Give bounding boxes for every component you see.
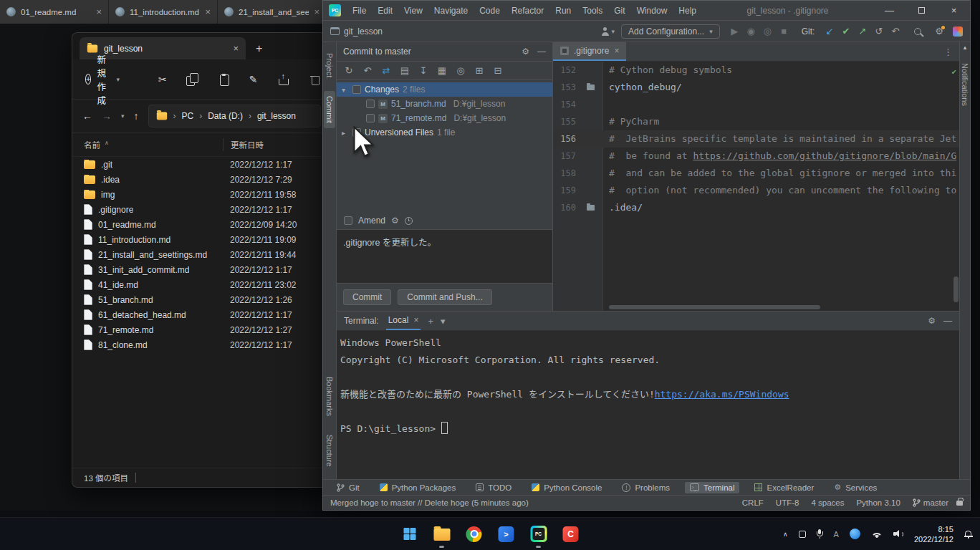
settings-gear-icon[interactable]: ⚙: [935, 26, 943, 37]
stripe-commit[interactable]: Commit: [324, 91, 335, 128]
new-item-button[interactable]: + 新規作成 ▾: [85, 52, 120, 107]
history-icon[interactable]: ↺: [870, 26, 887, 37]
column-header-name[interactable]: 名前 ∧: [84, 139, 223, 150]
close-icon[interactable]: ×: [413, 315, 418, 325]
stripe-structure[interactable]: Structure: [324, 430, 335, 472]
git-branch-indicator[interactable]: master: [913, 498, 948, 507]
breadcrumb-data-d[interactable]: Data (D:): [208, 111, 243, 121]
taskbar-chrome-icon[interactable]: [460, 520, 489, 549]
commit-message-input[interactable]: .gitignore を更新した。: [337, 229, 552, 284]
changed-file-71-remote-md[interactable]: M71_remote.mdD:¥git_lesson: [337, 111, 552, 125]
taskbar-pycharm-icon[interactable]: PC: [524, 520, 553, 549]
profiler-icon[interactable]: ■: [776, 26, 792, 37]
forward-icon[interactable]: →: [102, 110, 112, 122]
back-icon[interactable]: ←: [82, 110, 92, 122]
hide-icon[interactable]: —: [537, 47, 546, 57]
new-session-icon[interactable]: +: [428, 316, 433, 327]
file-row-51-branch-md[interactable]: 51_branch.md2022/12/12 1:26: [72, 292, 331, 307]
file-row-61-detached-head-md[interactable]: 61_detached_head.md2022/12/12 1:17: [72, 307, 331, 322]
file-row-41-ide-md[interactable]: 41_ide.md2022/12/11 23:02: [72, 277, 331, 292]
menu-view[interactable]: View: [398, 3, 428, 19]
file-row-31-init-add-commit-md[interactable]: 31_init_add_commit.md2022/12/12 1:17: [72, 262, 331, 277]
rename-icon[interactable]: ✎: [249, 74, 258, 85]
preview-icon[interactable]: ◎: [451, 65, 470, 76]
copy-icon[interactable]: [186, 73, 198, 85]
tool-button-terminal[interactable]: >_Terminal: [685, 482, 739, 493]
changes-node[interactable]: ▾ Changes 2 files: [337, 82, 552, 97]
breadcrumb-git-lesson[interactable]: git_lesson: [257, 111, 296, 121]
ime-indicator[interactable]: A: [834, 530, 839, 539]
collapse-all-icon[interactable]: ⊟: [489, 65, 507, 76]
commit-history-icon[interactable]: [405, 217, 413, 225]
tray-expand-icon[interactable]: ∧: [783, 531, 788, 538]
clock[interactable]: 8:15 2022/12/12: [914, 524, 953, 544]
checkbox[interactable]: [366, 100, 375, 108]
chevron-down-icon[interactable]: ▾: [441, 316, 446, 327]
terminal-output[interactable]: Windows PowerShellCopyright (C) Microsof…: [337, 331, 959, 479]
debug-icon[interactable]: ◉: [743, 26, 759, 37]
commit-options-gear-icon[interactable]: ⚙: [391, 216, 399, 226]
tool-button-git[interactable]: Git: [332, 482, 365, 493]
editor-line-157[interactable]: 157# be found at https://github.com/gith…: [553, 148, 959, 165]
tool-button-python-packages[interactable]: Python Packages: [375, 482, 461, 493]
tool-button-services[interactable]: ⚙Services: [829, 481, 882, 493]
project-selector[interactable]: git_lesson: [330, 26, 383, 37]
shelve-icon[interactable]: ↧: [414, 65, 433, 76]
notification-bell-icon[interactable]: [964, 530, 973, 539]
editor-line-159[interactable]: 159# option (not recommended) you can un…: [553, 182, 959, 199]
file-row-img[interactable]: img2022/12/11 19:58: [72, 187, 331, 202]
run-icon[interactable]: ▶: [726, 26, 743, 37]
encoding-indicator[interactable]: UTF-8: [776, 498, 799, 507]
lock-icon[interactable]: [956, 501, 963, 506]
file-row-81-clone-md[interactable]: 81_clone.md2022/12/12 1:17: [72, 337, 331, 352]
editor-line-154[interactable]: 154: [553, 96, 959, 113]
new-tab-button[interactable]: +: [256, 42, 262, 55]
chevron-down-icon[interactable]: ▾: [342, 86, 349, 94]
indent-indicator[interactable]: 4 spaces: [811, 498, 844, 507]
group-by-icon[interactable]: ▦: [433, 65, 451, 76]
stripe-project[interactable]: Project: [324, 48, 335, 82]
menu-run[interactable]: Run: [549, 3, 577, 19]
show-diff-icon[interactable]: ⇄: [377, 65, 395, 76]
background-tab-11-introduction-md[interactable]: 11_introduction.md×: [109, 0, 218, 24]
menu-navigate[interactable]: Navigate: [428, 3, 474, 19]
tray-app-icon[interactable]: [799, 531, 806, 538]
menu-help[interactable]: Help: [673, 3, 702, 19]
terminal-link[interactable]: https://aka.ms/PSWindows: [655, 389, 789, 400]
tool-button-excelreader[interactable]: ExcelReader: [749, 482, 819, 493]
close-icon[interactable]: ×: [614, 46, 619, 56]
plugin-logo-icon[interactable]: [953, 26, 963, 37]
vcs-user-button[interactable]: ▾: [601, 27, 615, 36]
menu-refactor[interactable]: Refactor: [506, 3, 549, 19]
line-ending-indicator[interactable]: CRLF: [742, 498, 764, 507]
search-everywhere-icon[interactable]: [914, 28, 921, 35]
breadcrumb-pc[interactable]: PC: [182, 111, 194, 121]
file-row-11-introduction-md[interactable]: 11_introduction.md2022/12/11 19:09: [72, 232, 331, 247]
wifi-icon[interactable]: [871, 530, 883, 538]
editor-tab-gitignore[interactable]: .gitignore ×: [553, 42, 626, 61]
hide-icon[interactable]: —: [943, 316, 952, 326]
taskbar-powershell-icon[interactable]: >: [492, 520, 521, 549]
stripe-bookmarks[interactable]: Bookmarks: [324, 372, 335, 421]
tool-button-problems[interactable]: !Problems: [617, 482, 675, 493]
share-icon[interactable]: [277, 73, 289, 85]
expand-all-icon[interactable]: ⊞: [470, 65, 489, 76]
cut-icon[interactable]: ✂: [158, 74, 167, 85]
close-icon[interactable]: ×: [96, 6, 102, 17]
tool-button-todo[interactable]: TODO: [471, 482, 517, 493]
update-project-icon[interactable]: ↙: [821, 26, 837, 37]
menu-tools[interactable]: Tools: [577, 3, 608, 19]
vertical-scrollbar[interactable]: [953, 276, 959, 302]
amend-checkbox[interactable]: [344, 216, 352, 225]
changelist-icon[interactable]: ▤: [395, 65, 414, 76]
more-options-icon[interactable]: ⋮: [937, 47, 959, 57]
microphone-icon[interactable]: [817, 529, 823, 539]
file-row-01-readme-md[interactable]: 01_readme.md2022/12/09 14:20: [72, 217, 331, 232]
close-icon[interactable]: ×: [205, 6, 211, 17]
interpreter-indicator[interactable]: Python 3.10: [856, 498, 900, 507]
coverage-icon[interactable]: ◎: [759, 26, 776, 37]
maximize-button[interactable]: [905, 1, 938, 20]
commit-button[interactable]: Commit: [343, 289, 391, 305]
menu-file[interactable]: File: [347, 3, 372, 19]
horizontal-scrollbar[interactable]: [609, 305, 820, 309]
